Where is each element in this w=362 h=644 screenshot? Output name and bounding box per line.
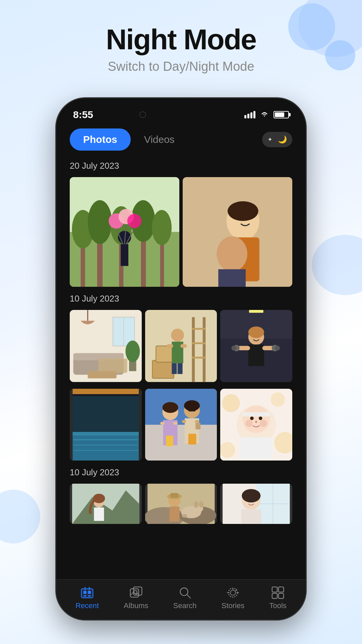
svg-rect-39 — [99, 359, 127, 373]
photo-thumb-2[interactable] — [183, 177, 292, 287]
svg-rect-45 — [192, 328, 205, 330]
svg-rect-48 — [152, 360, 174, 378]
svg-rect-89 — [182, 420, 186, 423]
svg-point-29 — [228, 201, 258, 221]
svg-line-153 — [187, 594, 190, 598]
svg-rect-147 — [84, 587, 85, 590]
svg-point-129 — [194, 501, 198, 508]
tools-icon — [269, 586, 286, 599]
photo-thumb-8[interactable] — [220, 389, 292, 461]
svg-point-25 — [217, 236, 247, 272]
header-area: Night Mode Switch to Day/Night Mode — [0, 0, 362, 84]
nav-item-search[interactable]: Search — [173, 586, 197, 610]
photo-thumb-3[interactable] — [70, 310, 142, 382]
svg-rect-143 — [83, 591, 87, 594]
svg-rect-85 — [160, 422, 165, 425]
svg-rect-79 — [139, 389, 142, 461]
photo-thumb-10[interactable] — [145, 484, 217, 524]
stories-icon — [225, 586, 241, 599]
svg-rect-52 — [167, 344, 173, 348]
photo-thumb-11[interactable] — [220, 484, 292, 524]
status-time: 8:55 — [73, 109, 93, 120]
wifi-icon — [260, 111, 269, 118]
svg-point-107 — [259, 416, 262, 420]
tab-photos[interactable]: Photos — [70, 128, 131, 151]
svg-rect-163 — [279, 593, 284, 598]
nav-item-albums[interactable]: Albums — [124, 586, 148, 610]
svg-rect-46 — [192, 342, 205, 344]
svg-point-108 — [255, 421, 257, 423]
bottom-nav: Recent Albums — [56, 579, 306, 620]
photo-grid-row1 — [70, 177, 292, 287]
svg-point-9 — [88, 200, 112, 244]
svg-rect-90 — [195, 420, 199, 423]
svg-rect-94 — [195, 423, 200, 429]
bg-decoration-5 — [312, 235, 362, 295]
date-label-3: 10 July 2023 — [70, 467, 292, 478]
svg-point-17 — [127, 214, 142, 228]
photo-thumb-4[interactable] — [145, 310, 217, 382]
svg-point-109 — [245, 420, 252, 427]
nav-item-recent[interactable]: Recent — [75, 586, 99, 610]
svg-rect-160 — [272, 587, 277, 592]
svg-point-139 — [247, 498, 250, 501]
stars-icon: ✦ — [267, 136, 273, 143]
svg-point-130 — [199, 501, 203, 508]
nav-item-tools[interactable]: Tools — [269, 586, 286, 610]
status-bar: 8:55 — [56, 98, 306, 122]
phone-body: 8:55 — [55, 97, 307, 621]
svg-rect-72 — [70, 396, 142, 432]
front-camera — [139, 111, 146, 118]
svg-point-102 — [220, 442, 235, 458]
tab-bar: Photos Videos ✦ 🌙 — [70, 128, 292, 151]
photo-thumb-5[interactable] — [220, 310, 292, 382]
svg-rect-86 — [173, 422, 177, 425]
photo-thumb-6[interactable] — [70, 389, 142, 461]
tab-videos[interactable]: Videos — [131, 128, 188, 151]
svg-point-68 — [248, 326, 264, 338]
svg-rect-111 — [240, 437, 273, 459]
svg-rect-59 — [249, 310, 263, 313]
photo-thumb-9[interactable] — [70, 484, 142, 524]
svg-point-95 — [162, 402, 178, 413]
page-subtitle: Switch to Day/Night Mode — [0, 59, 362, 74]
svg-rect-161 — [279, 587, 284, 592]
photo-grid-row4 — [70, 484, 292, 524]
svg-point-38 — [125, 340, 140, 362]
svg-rect-148 — [89, 587, 90, 590]
svg-rect-91 — [166, 435, 173, 446]
status-icons — [244, 111, 289, 118]
svg-rect-40 — [88, 371, 117, 378]
svg-rect-142 — [81, 589, 93, 598]
svg-rect-26 — [218, 269, 246, 287]
phone-mockup: 8:55 — [55, 97, 307, 621]
nav-item-stories[interactable]: Stories — [222, 586, 244, 610]
nav-label-recent: Recent — [75, 601, 99, 610]
svg-point-96 — [184, 400, 200, 411]
svg-rect-44 — [202, 317, 205, 382]
svg-rect-61 — [248, 344, 264, 366]
svg-point-140 — [253, 498, 256, 501]
night-mode-toggle[interactable]: ✦ 🌙 — [262, 132, 292, 147]
app-content: Photos Videos ✦ 🌙 20 July 2023 — [56, 122, 306, 579]
svg-rect-43 — [192, 317, 195, 382]
svg-rect-74 — [70, 432, 142, 435]
svg-rect-116 — [94, 507, 104, 521]
svg-point-50 — [171, 329, 184, 342]
svg-point-100 — [271, 392, 285, 407]
svg-point-67 — [275, 345, 280, 351]
svg-rect-53 — [180, 344, 187, 348]
search-icon — [177, 586, 193, 599]
photo-thumb-7[interactable] — [145, 389, 217, 461]
svg-point-110 — [260, 420, 267, 427]
photo-grid-row3 — [70, 389, 292, 461]
svg-rect-76 — [73, 444, 138, 445]
svg-rect-137 — [241, 509, 261, 524]
svg-rect-125 — [170, 493, 178, 498]
svg-rect-105 — [243, 412, 270, 416]
nav-label-tools: Tools — [269, 601, 286, 610]
svg-rect-54 — [172, 363, 177, 374]
nav-label-stories: Stories — [222, 601, 244, 610]
recent-icon — [79, 586, 96, 599]
photo-thumb-1[interactable] — [70, 177, 179, 287]
